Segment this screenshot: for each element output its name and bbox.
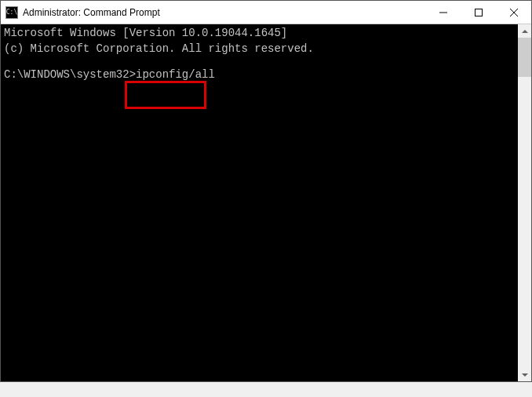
- close-button[interactable]: [496, 1, 531, 24]
- close-icon: [510, 9, 518, 16]
- scroll-down-button[interactable]: [518, 368, 531, 381]
- terminal-area[interactable]: Microsoft Windows [Version 10.0.19044.16…: [1, 24, 518, 381]
- minimize-icon: [439, 9, 447, 16]
- window-controls: [425, 1, 531, 24]
- scroll-track[interactable]: [518, 38, 531, 368]
- version-line: Microsoft Windows [Version 10.0.19044.16…: [4, 26, 515, 42]
- command-text: ipconfig/all: [136, 68, 215, 81]
- prompt-text: C:\WINDOWS\system32>: [4, 68, 136, 81]
- chevron-up-icon: [522, 30, 528, 33]
- maximize-icon: [475, 9, 483, 16]
- command-prompt-window: C:\ Administrator: Command Prompt: [0, 0, 532, 382]
- cmd-icon: C:\: [5, 6, 18, 19]
- vertical-scrollbar[interactable]: [518, 24, 531, 381]
- svg-marker-5: [522, 373, 528, 377]
- titlebar[interactable]: C:\ Administrator: Command Prompt: [1, 1, 531, 24]
- svg-rect-1: [475, 9, 482, 16]
- prompt-line: C:\WINDOWS\system32>ipconfig/all: [4, 67, 515, 83]
- scroll-thumb[interactable]: [518, 38, 531, 77]
- minimize-button[interactable]: [425, 1, 461, 24]
- chevron-down-icon: [522, 373, 528, 377]
- scroll-up-button[interactable]: [518, 24, 531, 38]
- copyright-line: (c) Microsoft Corporation. All rights re…: [4, 42, 515, 57]
- window-content: Microsoft Windows [Version 10.0.19044.16…: [1, 24, 531, 381]
- svg-marker-4: [522, 30, 528, 33]
- maximize-button[interactable]: [461, 1, 496, 24]
- highlight-annotation: [125, 81, 206, 109]
- window-title: Administrator: Command Prompt: [23, 7, 425, 18]
- cmd-icon-text: C:\: [6, 9, 17, 16]
